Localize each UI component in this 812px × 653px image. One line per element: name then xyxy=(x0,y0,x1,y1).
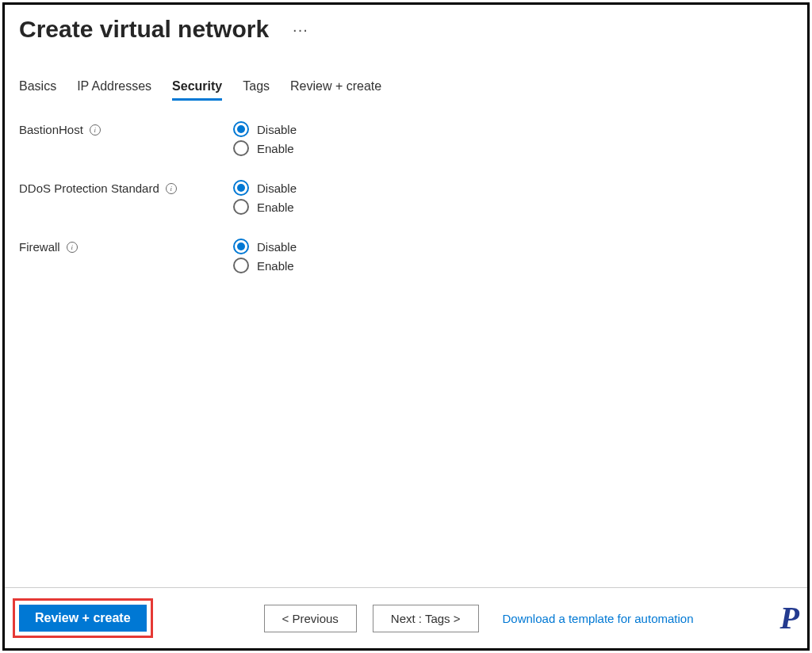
review-create-highlight: Review + create xyxy=(13,598,153,638)
radio-label: Disable xyxy=(257,181,297,195)
firewall-row: Firewall i Disable Enable xyxy=(19,239,793,273)
ddos-label: DDoS Protection Standard xyxy=(19,181,159,195)
firewall-enable-radio[interactable]: Enable xyxy=(233,258,297,273)
bastionhost-label: BastionHost xyxy=(19,123,83,136)
tab-basics[interactable]: Basics xyxy=(19,79,56,101)
ddos-disable-radio[interactable]: Disable xyxy=(233,180,297,196)
radio-unselected-icon xyxy=(233,258,249,273)
tab-tags[interactable]: Tags xyxy=(243,79,270,101)
radio-label: Enable xyxy=(257,200,294,214)
page-title: Create virtual network xyxy=(19,16,269,43)
radio-unselected-icon xyxy=(233,199,249,215)
more-actions-icon[interactable]: ··· xyxy=(293,21,308,39)
footer-bar: Review + create < Previous Next : Tags >… xyxy=(5,587,807,648)
radio-selected-icon xyxy=(233,180,249,196)
firewall-disable-radio[interactable]: Disable xyxy=(233,239,297,254)
bastionhost-disable-radio[interactable]: Disable xyxy=(233,121,297,137)
brand-logo: P xyxy=(780,599,798,636)
info-icon[interactable]: i xyxy=(90,124,101,136)
tab-bar: Basics IP Addresses Security Tags Review… xyxy=(5,48,807,101)
header: Create virtual network ··· xyxy=(5,5,807,48)
ddos-enable-radio[interactable]: Enable xyxy=(233,199,297,215)
ddos-row: DDoS Protection Standard i Disable Enabl… xyxy=(19,180,793,215)
info-icon[interactable]: i xyxy=(166,183,177,194)
download-template-link[interactable]: Download a template for automation xyxy=(503,612,694,625)
ddos-label-cell: DDoS Protection Standard i xyxy=(19,180,225,195)
security-form: BastionHost i Disable Enable DDoS Protec… xyxy=(5,101,807,273)
radio-selected-icon xyxy=(233,121,249,137)
create-vnet-window: Create virtual network ··· Basics IP Add… xyxy=(2,2,810,651)
radio-label: Disable xyxy=(257,123,297,136)
firewall-radio-group: Disable Enable xyxy=(233,239,297,273)
previous-button[interactable]: < Previous xyxy=(264,605,357,632)
bastionhost-label-cell: BastionHost i xyxy=(19,121,225,136)
bastionhost-row: BastionHost i Disable Enable xyxy=(19,121,793,156)
radio-label: Disable xyxy=(257,240,297,254)
next-button[interactable]: Next : Tags > xyxy=(373,605,479,632)
bastionhost-radio-group: Disable Enable xyxy=(233,121,297,156)
tab-ip-addresses[interactable]: IP Addresses xyxy=(77,79,151,101)
ddos-radio-group: Disable Enable xyxy=(233,180,297,215)
tab-security[interactable]: Security xyxy=(172,79,222,101)
radio-label: Enable xyxy=(257,259,294,273)
firewall-label-cell: Firewall i xyxy=(19,239,225,254)
radio-unselected-icon xyxy=(233,140,249,156)
firewall-label: Firewall xyxy=(19,240,60,254)
radio-label: Enable xyxy=(257,142,294,155)
bastionhost-enable-radio[interactable]: Enable xyxy=(233,140,297,156)
radio-selected-icon xyxy=(233,239,249,254)
info-icon[interactable]: i xyxy=(67,242,78,253)
tab-review-create[interactable]: Review + create xyxy=(290,79,381,101)
review-create-button[interactable]: Review + create xyxy=(19,605,147,632)
